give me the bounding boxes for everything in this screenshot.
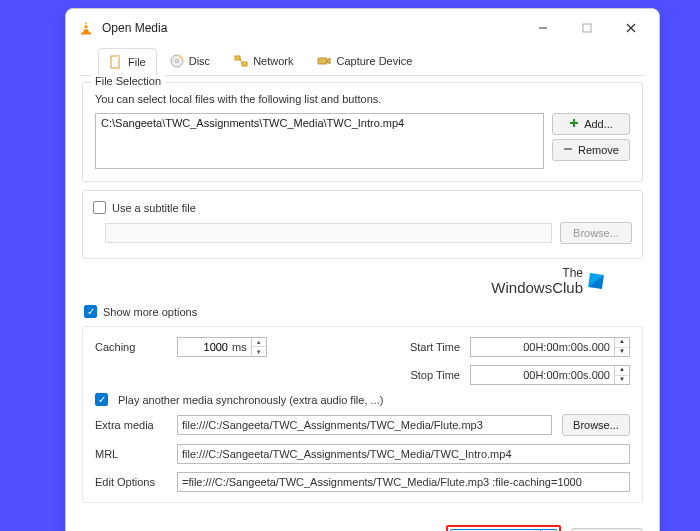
advanced-options: Caching ms ▲▼ Start Time 00H:00m:00s.000… <box>82 326 643 503</box>
spin-up-icon[interactable]: ▲ <box>252 338 266 347</box>
subtitle-path-field <box>105 223 552 243</box>
start-time-label: Start Time <box>396 341 460 353</box>
subtitle-group: Use a subtitle file Browse... <box>82 190 643 259</box>
svg-rect-12 <box>235 56 240 60</box>
button-label: Add... <box>584 118 613 130</box>
caching-input[interactable] <box>178 341 232 353</box>
edit-options-label: Edit Options <box>95 476 167 488</box>
tab-disc[interactable]: Disc <box>159 47 221 75</box>
show-more-checkbox[interactable] <box>84 305 97 318</box>
capture-icon <box>317 54 331 68</box>
edit-options-field[interactable]: =file:///C:/Sangeeta/TWC_Assignments/TWC… <box>177 472 630 492</box>
subtitle-checkbox[interactable] <box>93 201 106 214</box>
window-title: Open Media <box>102 21 167 35</box>
titlebar: Open Media <box>66 9 659 47</box>
svg-rect-15 <box>318 58 327 64</box>
tab-bar: File Disc Network Capture Device <box>80 47 645 76</box>
tab-label: File <box>128 56 146 68</box>
file-list-item[interactable]: C:\Sangeeta\TWC_Assignments\TWC_Media\TW… <box>101 117 538 129</box>
tab-label: Network <box>253 55 293 67</box>
button-label: Remove <box>578 144 619 156</box>
mrl-label: MRL <box>95 448 167 460</box>
group-title: File Selection <box>91 75 165 87</box>
svg-line-14 <box>240 58 242 64</box>
tab-capture[interactable]: Capture Device <box>306 47 423 75</box>
file-icon <box>109 55 123 69</box>
edit-options-value: =file:///C:/Sangeeta/TWC_Assignments/TWC… <box>182 476 582 488</box>
button-label: Browse... <box>573 419 619 431</box>
caching-label: Caching <box>95 341 167 353</box>
spin-up-icon[interactable]: ▲ <box>615 366 629 375</box>
spin-down-icon[interactable]: ▼ <box>615 375 629 384</box>
mrl-value: file:///C:/Sangeeta/TWC_Assignments/TWC_… <box>182 448 512 460</box>
file-selection-group: File Selection You can select local file… <box>82 82 643 182</box>
extra-browse-button[interactable]: Browse... <box>562 414 630 436</box>
remove-button[interactable]: Remove <box>552 139 630 161</box>
tab-label: Disc <box>189 55 210 67</box>
dialog-body: File Selection You can select local file… <box>66 76 659 515</box>
caching-spinner[interactable]: ms ▲▼ <box>177 337 267 357</box>
sync-label: Play another media synchronously (extra … <box>118 394 383 406</box>
watermark: The WindowsClub <box>82 267 643 295</box>
watermark-line1: The <box>491 267 583 280</box>
spin-up-icon[interactable]: ▲ <box>615 338 629 347</box>
svg-rect-13 <box>242 62 247 66</box>
stop-time-field[interactable]: 00H:00m:00s.000 ▲▼ <box>470 365 630 385</box>
windows-logo-icon <box>588 273 604 289</box>
extra-media-field[interactable]: file:///C:/Sangeeta/TWC_Assignments/TWC_… <box>177 415 552 435</box>
start-time-field[interactable]: 00H:00m:00s.000 ▲▼ <box>470 337 630 357</box>
watermark-line2: WindowsClub <box>491 280 583 296</box>
caching-unit: ms <box>232 341 251 353</box>
highlight-annotation: Convert / Save <box>446 525 561 531</box>
tab-network[interactable]: Network <box>223 47 304 75</box>
stop-time-label: Stop Time <box>396 369 460 381</box>
subtitle-browse-button: Browse... <box>560 222 632 244</box>
vlc-cone-icon <box>78 20 94 36</box>
open-media-dialog: Open Media File Disc Network Capture Dev… <box>65 8 660 531</box>
start-time-value: 00H:00m:00s.000 <box>471 341 614 353</box>
tab-file[interactable]: File <box>98 48 157 76</box>
add-button[interactable]: Add... <box>552 113 630 135</box>
mrl-field[interactable]: file:///C:/Sangeeta/TWC_Assignments/TWC_… <box>177 444 630 464</box>
disc-icon <box>170 54 184 68</box>
stop-time-value: 00H:00m:00s.000 <box>471 369 614 381</box>
extra-media-label: Extra media <box>95 419 167 431</box>
file-hint: You can select local files with the foll… <box>95 93 630 105</box>
svg-rect-5 <box>583 24 591 32</box>
svg-marker-0 <box>83 21 89 33</box>
close-button[interactable] <box>609 13 653 43</box>
svg-rect-3 <box>84 28 89 29</box>
spin-down-icon[interactable]: ▼ <box>615 347 629 356</box>
show-more-row: Show more options <box>82 301 643 326</box>
sync-checkbox[interactable] <box>95 393 108 406</box>
show-more-label: Show more options <box>103 306 197 318</box>
spin-down-icon[interactable]: ▼ <box>252 347 266 356</box>
plus-icon <box>569 118 579 130</box>
subtitle-label: Use a subtitle file <box>112 202 196 214</box>
minus-icon <box>563 144 573 156</box>
minimize-button[interactable] <box>521 13 565 43</box>
extra-media-value: file:///C:/Sangeeta/TWC_Assignments/TWC_… <box>182 419 483 431</box>
maximize-button[interactable] <box>565 13 609 43</box>
tab-label: Capture Device <box>336 55 412 67</box>
svg-rect-1 <box>81 33 91 35</box>
network-icon <box>234 54 248 68</box>
button-label: Browse... <box>573 227 619 239</box>
svg-point-11 <box>175 60 178 63</box>
file-list[interactable]: C:\Sangeeta\TWC_Assignments\TWC_Media\TW… <box>95 113 544 169</box>
svg-rect-2 <box>84 24 88 25</box>
dialog-footer: Convert / Save Cancel <box>66 515 659 531</box>
